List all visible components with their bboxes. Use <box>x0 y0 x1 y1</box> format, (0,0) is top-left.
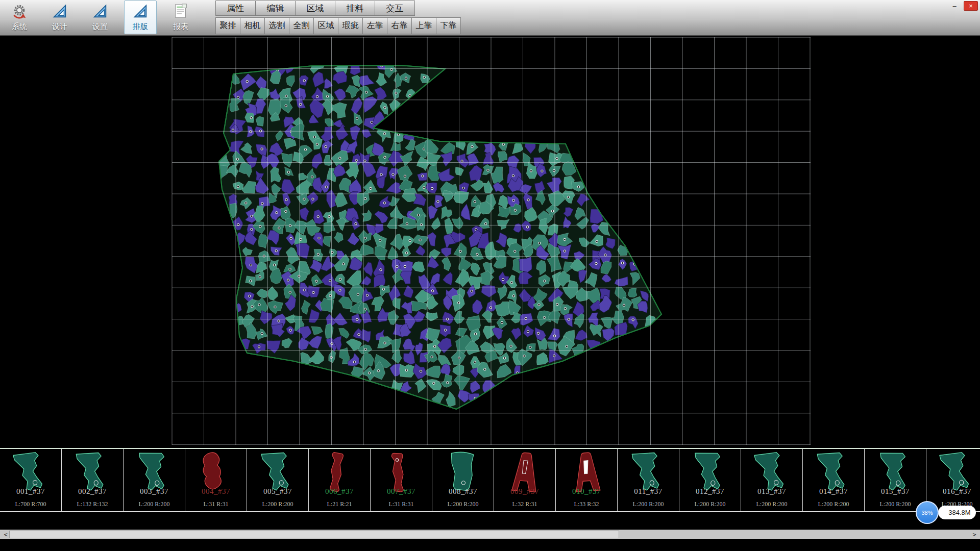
part-counts: L:200 R:200 <box>124 500 185 508</box>
part-thumbnail-003_#37[interactable]: 003_#37 L:200 R:200 <box>124 449 185 511</box>
part-thumbnail-009_#37[interactable]: 009_#37 L:32 R:31 <box>494 449 556 511</box>
toolbar: 系统 设计 设置 <box>0 0 980 36</box>
nav-tab-label: 系统 <box>12 22 27 32</box>
part-thumbnail-012_#37[interactable]: 012_#37 L:200 R:200 <box>679 449 741 511</box>
part-thumbnail-014_#37[interactable]: 014_#37 L:200 R:200 <box>803 449 865 511</box>
menu-bar: 属性 编辑 区域 排料 交互 <box>215 1 414 16</box>
part-name: 014_#37 <box>803 487 864 496</box>
part-name: 011_#37 <box>618 487 679 496</box>
part-name: 015_#37 <box>865 487 926 496</box>
part-thumbnail-004_#37[interactable]: 004_#37 L:31 R:31 <box>185 449 247 511</box>
part-thumbnail-010_#37[interactable]: 010_#37 L:33 R:32 <box>556 449 618 511</box>
window-controls: – × <box>947 1 978 11</box>
menu-interaction[interactable]: 交互 <box>375 1 415 16</box>
set-square-icon <box>92 3 108 21</box>
part-counts: L:200 R:200 <box>679 500 741 508</box>
part-counts: L:33 R:32 <box>556 500 617 508</box>
tool-region[interactable]: 区域 <box>313 17 338 34</box>
minimize-button[interactable]: – <box>947 1 962 11</box>
part-counts: L:32 R:31 <box>494 500 555 508</box>
parts-strip: 001_#37 L:700 R:700 002_#37 L:132 R:132 … <box>0 448 980 512</box>
memory-pill: 384.8M <box>938 506 976 519</box>
part-name: 016_#37 <box>926 487 980 496</box>
app-window: 系统 设计 设置 <box>0 0 980 551</box>
part-counts: L:31 R:31 <box>371 500 432 508</box>
part-thumbnail-013_#37[interactable]: 013_#37 L:200 R:200 <box>741 449 803 511</box>
nav-tab-label: 报表 <box>173 22 188 32</box>
part-thumbnail-006_#37[interactable]: 006_#37 L:21 R:21 <box>309 449 371 511</box>
tool-align-top[interactable]: 上靠 <box>411 17 436 34</box>
part-name: 010_#37 <box>556 487 617 496</box>
progress-circle: 38% <box>916 501 939 524</box>
part-name: 008_#37 <box>432 487 494 496</box>
part-counts: L:31 R:31 <box>185 500 247 508</box>
part-counts: L:200 R:200 <box>741 500 802 508</box>
set-square-icon <box>52 3 68 21</box>
scroll-right-arrow[interactable]: > <box>970 530 979 539</box>
part-name: 001_#37 <box>0 487 61 496</box>
part-name: 013_#37 <box>741 487 802 496</box>
part-name: 012_#37 <box>679 487 741 496</box>
part-name: 002_#37 <box>62 487 123 496</box>
memory-indicator: 384.8M 38% <box>916 501 976 524</box>
part-counts: L:21 R:21 <box>309 500 370 508</box>
tool-select-cut[interactable]: 选割 <box>264 17 289 34</box>
nav-tab-settings[interactable]: 设置 <box>84 1 116 34</box>
part-thumbnail-005_#37[interactable]: 005_#37 L:200 R:200 <box>247 449 309 511</box>
part-thumbnail-011_#37[interactable]: 011_#37 L:200 R:200 <box>618 449 679 511</box>
tool-camera[interactable]: 相机 <box>240 17 265 34</box>
set-square-icon <box>132 3 149 21</box>
nav-tab-report[interactable]: 报表 <box>164 1 197 34</box>
nav-tab-label: 排版 <box>133 22 148 32</box>
close-button[interactable]: × <box>964 1 978 11</box>
part-thumbnail-007_#37[interactable]: 007_#37 L:31 R:31 <box>371 449 432 511</box>
part-counts: L:200 R:200 <box>432 500 494 508</box>
part-counts: L:700 R:700 <box>0 500 61 508</box>
report-icon <box>173 3 189 21</box>
part-name: 004_#37 <box>185 487 247 496</box>
part-thumbnail-002_#37[interactable]: 002_#37 L:132 R:132 <box>62 449 124 511</box>
tool-row: 聚排 相机 选割 全割 区域 瑕疵 左靠 右靠 上靠 下靠 <box>215 17 460 34</box>
nesting-canvas[interactable] <box>0 36 980 448</box>
menu-region[interactable]: 区域 <box>295 1 335 16</box>
main-nav: 系统 设计 设置 <box>3 1 197 34</box>
part-name: 007_#37 <box>371 487 432 496</box>
part-counts: L:132 R:132 <box>62 500 123 508</box>
nav-tab-design[interactable]: 设计 <box>43 1 76 34</box>
part-counts: L:200 R:200 <box>618 500 679 508</box>
tool-cut-all[interactable]: 全割 <box>289 17 314 34</box>
tool-align-left[interactable]: 左靠 <box>362 17 387 34</box>
part-counts: L:200 R:200 <box>803 500 864 508</box>
nav-tab-label: 设置 <box>92 22 108 32</box>
tool-align-bottom[interactable]: 下靠 <box>436 17 461 34</box>
part-name: 003_#37 <box>124 487 185 496</box>
part-name: 005_#37 <box>247 487 308 496</box>
part-thumbnail-001_#37[interactable]: 001_#37 L:700 R:700 <box>0 449 62 511</box>
nav-tab-layout[interactable]: 排版 <box>124 1 157 34</box>
menu-nesting[interactable]: 排料 <box>335 1 375 16</box>
horizontal-scrollbar[interactable]: < > <box>0 530 980 539</box>
part-counts: L:200 R:200 <box>247 500 308 508</box>
part-name: 006_#37 <box>309 487 370 496</box>
tool-align-right[interactable]: 右靠 <box>387 17 412 34</box>
part-thumbnail-008_#37[interactable]: 008_#37 L:200 R:200 <box>432 449 494 511</box>
nav-tab-label: 设计 <box>52 22 67 32</box>
part-name: 009_#37 <box>494 487 555 496</box>
menu-properties[interactable]: 属性 <box>215 1 256 16</box>
menu-edit[interactable]: 编辑 <box>255 1 296 16</box>
nav-tab-system[interactable]: 系统 <box>3 1 36 34</box>
tool-defect[interactable]: 瑕疵 <box>338 17 363 34</box>
gear-icon <box>11 3 28 21</box>
scrollbar-thumb[interactable] <box>9 531 619 538</box>
tool-cluster-nest[interactable]: 聚排 <box>215 17 240 34</box>
